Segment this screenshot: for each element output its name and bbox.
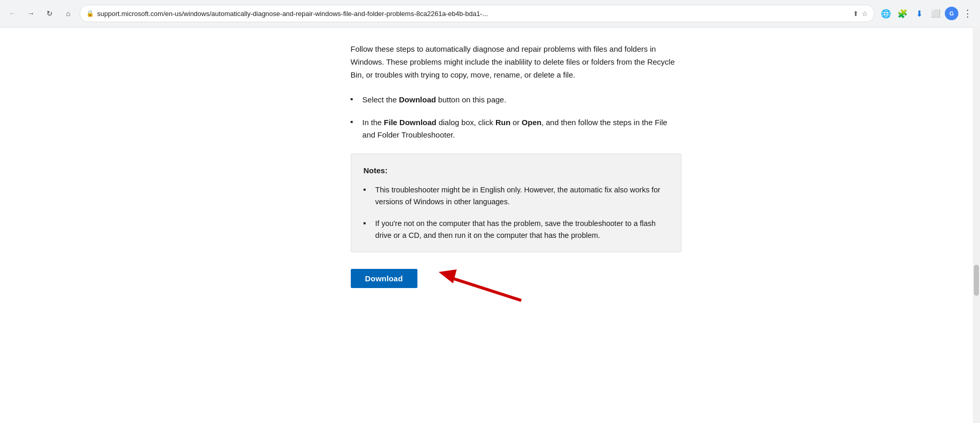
step-2-bold3: Open (522, 118, 541, 127)
step-2-bold2: Run (495, 118, 510, 127)
note-1-text: This troubleshooter might be in English … (375, 184, 666, 208)
step-1-text: Select the Download button on this page. (362, 94, 506, 106)
intro-paragraph: Follow these steps to automatically diag… (351, 43, 681, 81)
address-text: support.microsoft.com/en-us/windows/auto… (97, 10, 850, 18)
toolbar-icons: 🌐 🧩 ⬇ ⬜ G ⋮ (879, 6, 975, 21)
address-bar[interactable]: 🔒 support.microsoft.com/en-us/windows/au… (80, 5, 875, 22)
step-2-text: In the File Download dialog box, click R… (362, 116, 681, 141)
scrollbar-track (973, 27, 980, 319)
note-1: This troubleshooter might be in English … (364, 184, 666, 208)
extensions-icon-button[interactable]: 🧩 (895, 6, 910, 21)
download-area: Download (351, 267, 681, 288)
back-button[interactable]: ← (5, 6, 20, 21)
scrollbar-thumb[interactable] (974, 265, 979, 296)
download-button[interactable]: Download (351, 269, 417, 288)
share-icon: ⬆ (853, 10, 859, 18)
notes-title: Notes: (364, 164, 666, 177)
notes-list: This troubleshooter might be in English … (364, 184, 666, 241)
step-2: In the File Download dialog box, click R… (351, 116, 681, 141)
step-1-bold: Download (399, 95, 436, 104)
split-screen-icon-button[interactable]: ⬜ (928, 6, 943, 21)
forward-button[interactable]: → (24, 6, 38, 21)
svg-marker-1 (439, 269, 457, 283)
note-2: If you're not on the computer that has t… (364, 218, 666, 241)
note-2-text: If you're not on the computer that has t… (375, 218, 666, 241)
page-content: Follow these steps to automatically diag… (289, 27, 692, 319)
steps-list: Select the Download button on this page.… (351, 94, 681, 141)
browser-toolbar: ← → ↻ ⌂ 🔒 support.microsoft.com/en-us/wi… (0, 0, 980, 27)
red-arrow (433, 262, 526, 303)
browser-chrome: ← → ↻ ⌂ 🔒 support.microsoft.com/en-us/wi… (0, 0, 980, 27)
globe-icon-button[interactable]: 🌐 (879, 6, 893, 21)
profile-button[interactable]: G (945, 7, 958, 20)
download-manager-icon-button[interactable]: ⬇ (912, 6, 926, 21)
reload-button[interactable]: ↻ (42, 6, 57, 21)
step-2-bold1: File Download (384, 118, 437, 127)
bookmark-icon: ☆ (862, 10, 868, 18)
browser-menu-button[interactable]: ⋮ (960, 6, 975, 21)
step-1: Select the Download button on this page. (351, 94, 681, 106)
lock-icon: 🔒 (86, 10, 94, 17)
home-button[interactable]: ⌂ (61, 6, 75, 21)
notes-box: Notes: This troubleshooter might be in E… (351, 154, 681, 252)
svg-line-0 (449, 277, 521, 300)
